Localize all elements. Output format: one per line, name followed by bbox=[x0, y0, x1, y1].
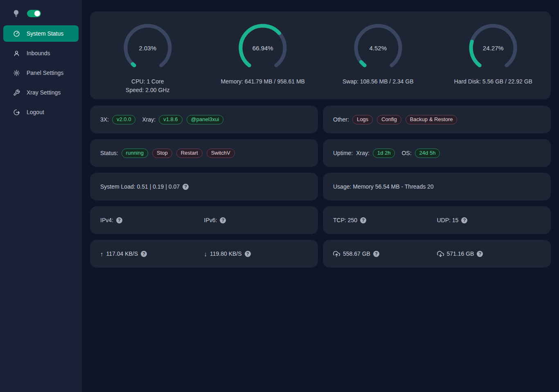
sidebar-item-label: Inbounds bbox=[27, 50, 50, 56]
total-sent-block: 558.67 GB ? bbox=[333, 250, 437, 257]
uptime-card: Uptime: Xray: 1d 2h OS: 24d 5h bbox=[323, 139, 551, 167]
system-load-text: System Load: 0.51 | 0.19 | 0.07 bbox=[100, 183, 180, 190]
memory-gauge-arc: 66.94% bbox=[238, 23, 287, 72]
total-sent: 558.67 GB bbox=[343, 250, 370, 257]
other-card: Other: Logs Config Backup & Restore bbox=[323, 106, 551, 133]
status-label: Status: bbox=[100, 150, 118, 156]
info-cards-grid: 3X: v2.0.0 Xray: v1.8.6 @panel3xui Other… bbox=[90, 106, 551, 268]
uptime-label: Uptime: bbox=[333, 150, 353, 156]
bulb-icon bbox=[13, 9, 20, 18]
logs-tag[interactable]: Logs bbox=[352, 115, 373, 124]
download-speed-block: ↓ 119.80 KB/S ? bbox=[204, 250, 308, 257]
tcp-block: TCP: 250 ? bbox=[333, 217, 437, 223]
user-icon bbox=[13, 50, 20, 57]
stop-button[interactable]: Stop bbox=[152, 149, 172, 158]
memory-label: Memory: 641.79 MB / 958.61 MB bbox=[221, 77, 305, 86]
disk-label: Hard Disk: 5.56 GB / 22.92 GB bbox=[454, 77, 532, 86]
theme-toggle[interactable] bbox=[27, 10, 41, 17]
usage-card: Usage: Memory 56.54 MB - Threads 20 bbox=[323, 173, 551, 201]
total-received: 571.16 GB bbox=[447, 250, 474, 257]
help-icon[interactable]: ? bbox=[220, 217, 226, 223]
load-card: System Load: 0.51 | 0.19 | 0.07 ? bbox=[90, 173, 318, 201]
cpu-gauge-arc: 2.03% bbox=[123, 23, 172, 72]
total-received-block: 571.16 GB ? bbox=[437, 250, 541, 257]
ipv4-label: IPv4: bbox=[100, 217, 113, 223]
sidebar: System Status Inbounds Panel Settings bbox=[0, 0, 82, 392]
version-3x-label: 3X: bbox=[100, 116, 109, 123]
help-icon[interactable]: ? bbox=[141, 251, 147, 257]
help-icon[interactable]: ? bbox=[373, 251, 379, 257]
ipv4-block: IPv4: ? bbox=[100, 217, 204, 223]
ipv6-label: IPv6: bbox=[204, 217, 217, 223]
gear-icon bbox=[13, 70, 20, 77]
swap-percent: 4.52% bbox=[354, 23, 403, 72]
tcp-count: TCP: 250 bbox=[333, 217, 357, 223]
udp-block: UDP: 15 ? bbox=[437, 217, 541, 223]
theme-row bbox=[0, 7, 82, 20]
version-xray-label: Xray: bbox=[142, 116, 156, 123]
sidebar-item-inbounds[interactable]: Inbounds bbox=[3, 45, 79, 61]
cpu-label: CPU: 1 Core Speed: 2.00 GHz bbox=[126, 77, 169, 95]
disk-percent: 24.27% bbox=[469, 23, 518, 72]
help-icon[interactable]: ? bbox=[183, 184, 189, 190]
swap-gauge: 4.52% Swap: 108.56 MB / 2.34 GB bbox=[320, 23, 436, 99]
system-overview-card: 2.03% CPU: 1 Core Speed: 2.00 GHz 66.94%… bbox=[90, 11, 551, 99]
status-card: Status: running Stop Restart SwitchV bbox=[90, 139, 318, 167]
cloud-download-icon bbox=[437, 250, 444, 257]
other-label: Other: bbox=[333, 116, 349, 123]
upload-speed: 117.04 KB/S bbox=[106, 250, 138, 257]
main-content: 2.03% CPU: 1 Core Speed: 2.00 GHz 66.94%… bbox=[82, 0, 559, 268]
disk-gauge: 24.27% Hard Disk: 5.56 GB / 22.92 GB bbox=[436, 23, 551, 99]
restart-button[interactable]: Restart bbox=[176, 149, 203, 158]
config-tag[interactable]: Config bbox=[377, 115, 401, 124]
version-3x-tag[interactable]: v2.0.0 bbox=[112, 115, 135, 124]
sidebar-item-label: Panel Settings bbox=[27, 70, 63, 76]
memory-percent: 66.94% bbox=[238, 23, 287, 72]
uptime-os-label: OS: bbox=[401, 150, 411, 156]
help-icon[interactable]: ? bbox=[360, 217, 366, 223]
sidebar-item-logout[interactable]: Logout bbox=[3, 104, 79, 120]
arrow-up-icon: ↑ bbox=[100, 250, 104, 257]
theme-toggle-knob bbox=[34, 11, 40, 16]
sidebar-item-system-status[interactable]: System Status bbox=[3, 25, 79, 42]
swap-label: Swap: 108.56 MB / 2.34 GB bbox=[343, 77, 414, 86]
uptime-xray-label: Xray: bbox=[356, 150, 370, 156]
cloud-upload-icon bbox=[333, 250, 340, 257]
arrow-down-icon: ↓ bbox=[204, 250, 207, 257]
cpu-percent: 2.03% bbox=[123, 23, 172, 72]
download-speed: 119.80 KB/S bbox=[210, 250, 242, 257]
telegram-tag[interactable]: @panel3xui bbox=[187, 115, 224, 124]
udp-count: UDP: 15 bbox=[437, 217, 459, 223]
sidebar-item-xray-settings[interactable]: Xray Settings bbox=[3, 84, 79, 101]
connections-card: TCP: 250 ? UDP: 15 ? bbox=[323, 206, 551, 234]
ipv6-block: IPv6: ? bbox=[204, 217, 308, 223]
xray-uptime-tag: 1d 2h bbox=[373, 149, 395, 158]
sidebar-item-label: System Status bbox=[27, 30, 63, 37]
switch-version-button[interactable]: SwitchV bbox=[207, 149, 235, 158]
memory-gauge: 66.94% Memory: 641.79 MB / 958.61 MB bbox=[205, 23, 321, 99]
help-icon[interactable]: ? bbox=[116, 217, 122, 223]
cpu-gauge: 2.03% CPU: 1 Core Speed: 2.00 GHz bbox=[90, 23, 205, 99]
version-card: 3X: v2.0.0 Xray: v1.8.6 @panel3xui bbox=[90, 106, 318, 133]
disk-gauge-arc: 24.27% bbox=[469, 23, 518, 72]
upload-speed-block: ↑ 117.04 KB/S ? bbox=[100, 250, 204, 257]
dashboard-icon bbox=[13, 30, 20, 37]
help-icon[interactable]: ? bbox=[477, 251, 483, 257]
help-icon[interactable]: ? bbox=[245, 251, 251, 257]
sidebar-item-panel-settings[interactable]: Panel Settings bbox=[3, 65, 79, 81]
sidebar-item-label: Xray Settings bbox=[27, 89, 61, 96]
swap-gauge-arc: 4.52% bbox=[354, 23, 403, 72]
backup-restore-tag[interactable]: Backup & Restore bbox=[406, 115, 458, 124]
speed-card: ↑ 117.04 KB/S ? ↓ 119.80 KB/S ? bbox=[90, 240, 318, 268]
ip-card: IPv4: ? IPv6: ? bbox=[90, 206, 318, 234]
version-xray-tag[interactable]: v1.8.6 bbox=[159, 115, 182, 124]
sidebar-menu: System Status Inbounds Panel Settings bbox=[0, 25, 82, 120]
totals-card: 558.67 GB ? 571.16 GB ? bbox=[323, 240, 551, 268]
wrench-icon bbox=[13, 89, 20, 96]
os-uptime-tag: 24d 5h bbox=[415, 149, 440, 158]
logout-icon bbox=[13, 109, 20, 116]
xray-status-tag: running bbox=[122, 149, 148, 158]
help-icon[interactable]: ? bbox=[461, 217, 467, 223]
sidebar-item-label: Logout bbox=[27, 109, 44, 115]
usage-text: Usage: Memory 56.54 MB - Threads 20 bbox=[333, 183, 434, 190]
